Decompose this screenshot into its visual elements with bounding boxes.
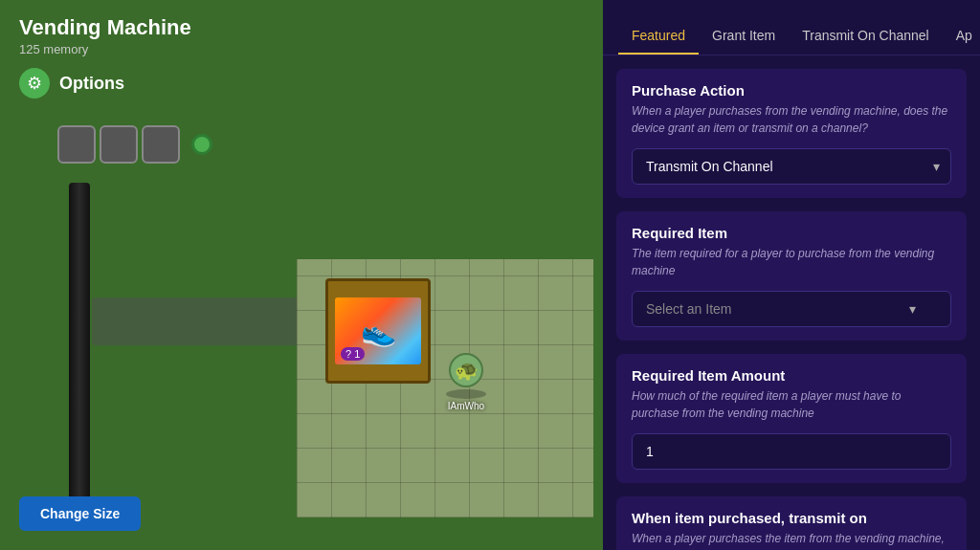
conveyor-slot-2 xyxy=(100,125,138,164)
conveyor-slot-3 xyxy=(142,125,180,164)
when-item-purchased-card: When item purchased, transmit on When a … xyxy=(616,496,967,550)
options-label: Options xyxy=(59,74,124,94)
required-item-card: Required Item The item required for a pl… xyxy=(616,211,967,341)
right-content: Purchase Action When a player purchases … xyxy=(603,55,980,550)
purchase-action-title: Purchase Action xyxy=(632,82,951,99)
required-item-title: Required Item xyxy=(632,225,951,241)
tabs: Featured Grant Item Transmit On Channel … xyxy=(618,11,980,55)
right-panel: Featured Grant Item Transmit On Channel … xyxy=(603,0,980,550)
character-shadow xyxy=(446,389,486,399)
gray-bar xyxy=(92,297,331,345)
conveyor-slot-1 xyxy=(57,125,96,164)
character-name: IAmWho xyxy=(448,401,484,411)
tab-transmit-on-channel[interactable]: Transmit On Channel xyxy=(789,18,943,55)
purchase-action-select-wrapper: Transmit On Channel Grant Item ▾ xyxy=(632,148,951,185)
purchase-action-card: Purchase Action When a player purchases … xyxy=(616,69,967,198)
vending-badge: ? 1 xyxy=(341,347,365,361)
left-panel: Vending Machine 125 memory ⚙ Options 👟 ?… xyxy=(0,0,603,550)
right-header: Featured Grant Item Transmit On Channel … xyxy=(603,0,980,55)
when-item-purchased-title: When item purchased, transmit on xyxy=(632,510,951,526)
app-memory: 125 memory xyxy=(19,42,584,56)
required-item-amount-card: Required Item Amount How much of the req… xyxy=(616,354,967,483)
conveyor-head xyxy=(191,134,212,155)
tab-ap[interactable]: Ap xyxy=(943,18,980,55)
tab-featured[interactable]: Featured xyxy=(618,18,699,55)
gear-icon[interactable]: ⚙ xyxy=(19,68,50,99)
pole xyxy=(69,183,90,508)
required-item-amount-title: Required Item Amount xyxy=(632,367,951,384)
change-size-button[interactable]: Change Size xyxy=(19,496,141,531)
character: 🐢 IAmWho xyxy=(446,353,486,411)
character-body: 🐢 xyxy=(449,353,483,387)
conveyor xyxy=(57,125,212,164)
app-title: Vending Machine xyxy=(19,15,584,40)
required-item-placeholder: Select an Item xyxy=(646,301,732,317)
tab-grant-item[interactable]: Grant Item xyxy=(699,18,789,55)
when-item-purchased-desc: When a player purchases the item from th… xyxy=(632,530,951,550)
vending-machine-box: 👟 ? 1 xyxy=(325,278,431,384)
purchase-action-select[interactable]: Transmit On Channel Grant Item xyxy=(632,148,951,185)
vending-machine-display: 👟 ? 1 xyxy=(335,297,421,364)
game-area: 👟 ? 1 🐢 IAmWho xyxy=(0,106,603,517)
required-item-desc: The item required for a player to purcha… xyxy=(632,245,951,279)
required-item-select[interactable]: Select an Item ▾ xyxy=(632,291,951,327)
purchase-action-desc: When a player purchases from the vending… xyxy=(632,102,951,137)
title-bar: Vending Machine 125 memory xyxy=(0,0,603,60)
required-item-amount-input[interactable] xyxy=(632,433,951,470)
required-item-amount-desc: How much of the required item a player m… xyxy=(632,387,951,422)
required-item-chevron-icon: ▾ xyxy=(909,301,916,317)
options-row: ⚙ Options xyxy=(0,60,603,106)
vending-item-icon: 👟 xyxy=(361,315,396,348)
